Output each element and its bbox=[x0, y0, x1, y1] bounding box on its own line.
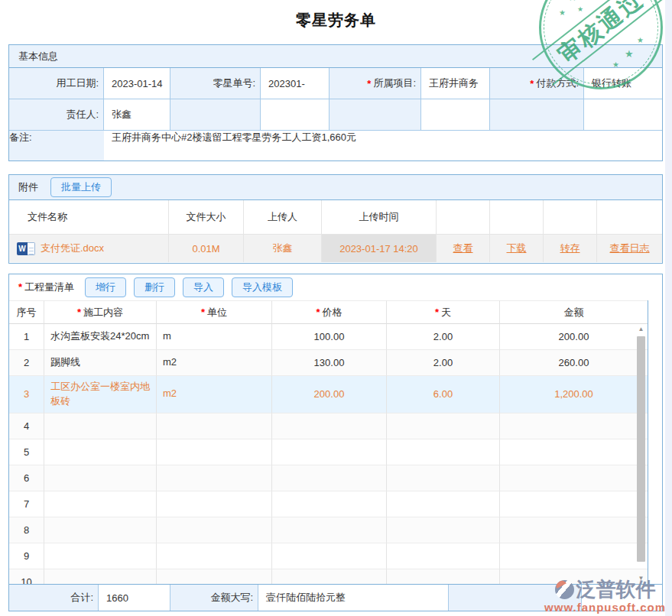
amount-cell[interactable] bbox=[500, 439, 648, 465]
price-cell[interactable]: 200.00 bbox=[272, 376, 387, 413]
content-cell[interactable] bbox=[44, 465, 157, 491]
days-cell[interactable] bbox=[387, 465, 500, 491]
work-items-toolbar: *工程量清单 增行删行导入导入模板 bbox=[9, 274, 662, 300]
content-cell[interactable] bbox=[44, 517, 157, 543]
price-cell[interactable]: 130.00 bbox=[272, 350, 387, 376]
items-column-header: 序号 bbox=[9, 300, 44, 324]
row-number-cell[interactable]: 7 bbox=[9, 491, 44, 517]
row-number-cell[interactable]: 10 bbox=[9, 569, 44, 584]
content-cell[interactable] bbox=[44, 543, 157, 569]
total-value-field[interactable]: 1660 bbox=[99, 585, 170, 611]
word-file-icon: W bbox=[17, 242, 35, 255]
attachments-header-row: 文件名称文件大小上传人上传时间 bbox=[9, 200, 662, 235]
days-cell[interactable] bbox=[387, 491, 500, 517]
unit-cell[interactable] bbox=[157, 543, 272, 569]
import-button[interactable]: 导入 bbox=[183, 277, 224, 297]
row-number-cell[interactable]: 4 bbox=[9, 413, 44, 439]
price-cell[interactable]: 100.00 bbox=[272, 324, 387, 350]
payment-method-field[interactable]: 银行转账 bbox=[584, 68, 662, 99]
content-cell[interactable]: 工区办公室一楼室内地板砖 bbox=[44, 376, 157, 413]
save-as-link[interactable]: 转存 bbox=[560, 242, 580, 255]
days-cell[interactable]: 6.00 bbox=[387, 376, 500, 413]
price-cell[interactable] bbox=[272, 439, 387, 465]
days-cell[interactable] bbox=[387, 517, 500, 543]
content-cell[interactable] bbox=[44, 491, 157, 517]
row-number-cell[interactable]: 6 bbox=[9, 465, 44, 491]
labor-date-label: 用工日期: bbox=[9, 68, 104, 99]
amount-in-words-field[interactable]: 壹仟陆佰陆拾元整 bbox=[258, 585, 449, 611]
project-field[interactable]: 王府井商务 bbox=[421, 68, 490, 99]
labor-date-field[interactable]: 2023-01-14 bbox=[104, 68, 170, 99]
batch-upload-button[interactable]: 批量上传 bbox=[50, 177, 112, 197]
table-scrollbar[interactable]: ▲ ▼ bbox=[635, 324, 647, 584]
unit-cell[interactable]: m2 bbox=[157, 350, 272, 376]
price-cell[interactable] bbox=[272, 517, 387, 543]
scroll-up-arrow-icon[interactable]: ▲ bbox=[635, 326, 647, 333]
attachment-name-cell[interactable]: W 支付凭证.docx bbox=[9, 235, 169, 262]
price-cell[interactable] bbox=[272, 413, 387, 439]
table-row: 1水沟盖板安装24*20cmm100.002.00200.00 bbox=[9, 324, 648, 350]
delete-row-button[interactable]: 删行 bbox=[134, 277, 175, 297]
row-number-cell[interactable]: 3 bbox=[9, 376, 44, 413]
view-log-link[interactable]: 查看日志 bbox=[610, 242, 650, 255]
unit-cell[interactable] bbox=[157, 491, 272, 517]
fanpu-logo-icon bbox=[555, 580, 574, 599]
row-number-cell[interactable]: 8 bbox=[9, 517, 44, 543]
amount-cell[interactable]: 200.00 bbox=[500, 324, 648, 350]
days-cell[interactable]: 2.00 bbox=[387, 350, 500, 376]
amount-cell[interactable] bbox=[500, 413, 648, 439]
unit-cell[interactable] bbox=[157, 517, 272, 543]
price-cell[interactable] bbox=[272, 491, 387, 517]
row-number-cell[interactable]: 5 bbox=[9, 439, 44, 465]
unit-cell[interactable] bbox=[157, 413, 272, 439]
amount-cell[interactable]: 1,200.00 bbox=[500, 376, 648, 413]
work-items-section: *工程量清单 增行删行导入导入模板 序号*施工内容*单位*价格*天金额 1水沟盖… bbox=[8, 274, 663, 611]
price-cell[interactable] bbox=[272, 543, 387, 569]
amount-cell[interactable] bbox=[500, 491, 648, 517]
odd-job-no-field[interactable]: 202301- bbox=[261, 68, 330, 99]
amount-cell[interactable] bbox=[500, 465, 648, 491]
download-link[interactable]: 下载 bbox=[507, 242, 527, 255]
empty-value-cell[interactable] bbox=[421, 99, 490, 131]
required-marker: * bbox=[18, 281, 22, 293]
responsible-person-label: 责任人: bbox=[9, 99, 104, 131]
content-cell[interactable] bbox=[44, 569, 157, 584]
days-cell[interactable] bbox=[387, 543, 500, 569]
attachment-file-name[interactable]: 支付凭证.docx bbox=[41, 242, 104, 255]
empty-value-cell[interactable] bbox=[584, 99, 662, 131]
table-row: 2踢脚线m2130.002.00260.00 bbox=[9, 350, 648, 376]
scrollbar-thumb[interactable] bbox=[637, 336, 645, 562]
view-link[interactable]: 查看 bbox=[453, 242, 473, 255]
unit-cell[interactable]: m bbox=[157, 324, 272, 350]
price-cell[interactable] bbox=[272, 465, 387, 491]
attachments-column-header: 上传人 bbox=[244, 200, 322, 235]
amount-cell[interactable] bbox=[500, 517, 648, 543]
amount-cell[interactable] bbox=[500, 543, 648, 569]
add-row-button[interactable]: 增行 bbox=[85, 277, 126, 297]
work-items-body: 1水沟盖板安装24*20cmm100.002.00200.002踢脚线m2130… bbox=[9, 324, 648, 584]
price-cell[interactable] bbox=[272, 569, 387, 584]
unit-cell[interactable]: m2 bbox=[157, 376, 272, 413]
content-cell[interactable] bbox=[44, 413, 157, 439]
days-cell[interactable] bbox=[387, 413, 500, 439]
page-title: 零星劳务单 bbox=[0, 0, 672, 31]
table-row: 9 bbox=[9, 543, 648, 569]
days-cell[interactable] bbox=[387, 569, 500, 584]
row-number-cell[interactable]: 2 bbox=[9, 350, 44, 376]
row-number-cell[interactable]: 9 bbox=[9, 543, 44, 569]
days-cell[interactable] bbox=[387, 439, 500, 465]
days-cell[interactable]: 2.00 bbox=[387, 324, 500, 350]
unit-cell[interactable] bbox=[157, 569, 272, 584]
unit-cell[interactable] bbox=[157, 465, 272, 491]
content-cell[interactable] bbox=[44, 439, 157, 465]
remark-field[interactable]: 王府井商务中心#2楼遗留工程零星劳务工人工资1,660元 bbox=[104, 131, 662, 160]
responsible-person-field[interactable]: 张鑫 bbox=[104, 99, 170, 131]
content-cell[interactable]: 踢脚线 bbox=[44, 350, 157, 376]
content-cell[interactable]: 水沟盖板安装24*20cm bbox=[44, 324, 157, 350]
import-template-button[interactable]: 导入模板 bbox=[232, 277, 293, 297]
amount-cell[interactable]: 260.00 bbox=[500, 350, 648, 376]
empty-value-cell[interactable] bbox=[261, 99, 330, 131]
unit-cell[interactable] bbox=[157, 439, 272, 465]
table-row: 8 bbox=[9, 517, 648, 543]
row-number-cell[interactable]: 1 bbox=[9, 324, 44, 350]
